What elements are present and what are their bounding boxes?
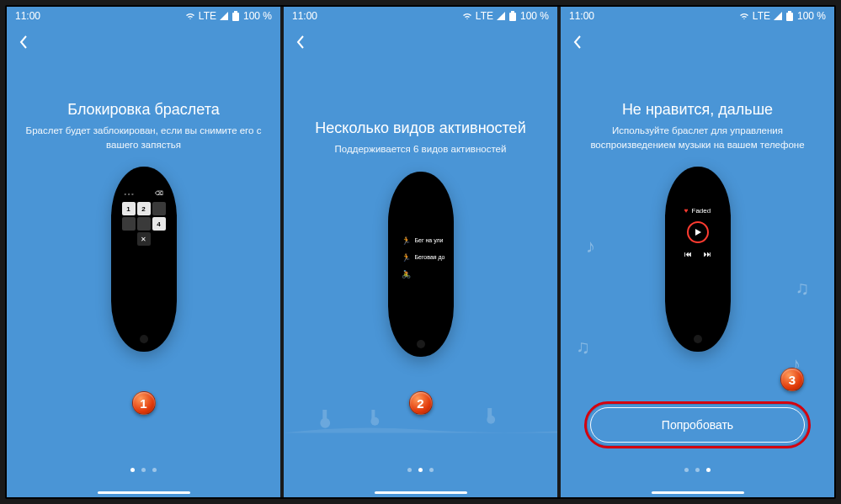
battery-icon [232, 11, 240, 21]
wifi-icon [185, 12, 195, 20]
dot [695, 468, 700, 472]
activity-row: 🏃 Бег на ули [397, 236, 445, 246]
battery-label: 100 % [797, 10, 826, 22]
signal-icon [774, 12, 782, 20]
dot [429, 468, 434, 472]
page-subtitle: Используйте браслет для управления воспр… [572, 124, 824, 151]
running-icon: 🏃 [402, 236, 412, 246]
svg-point-6 [370, 417, 379, 426]
signal-icon [220, 12, 228, 20]
keypad-clear: ✕ [137, 232, 151, 246]
svg-rect-0 [232, 13, 239, 21]
back-icon[interactable] [295, 34, 306, 50]
page-subtitle: Поддерживается 6 видов активностей [335, 142, 507, 157]
svg-rect-5 [322, 410, 327, 420]
dot [130, 468, 135, 472]
status-time: 11:00 [292, 10, 317, 22]
track-title: Faded [692, 207, 711, 215]
keypad-key: 4 [152, 217, 166, 231]
band-screen-lock: ◦ ◦ ◦⌫ 1 2 4 ✕ [120, 187, 168, 318]
network-label: LTE [476, 10, 493, 22]
try-button[interactable]: Попробовать [590, 407, 805, 443]
app-header [284, 25, 557, 59]
svg-rect-9 [487, 408, 492, 418]
dot [684, 468, 689, 472]
dot [152, 468, 157, 472]
network-label: LTE [753, 10, 770, 22]
svg-rect-10 [786, 13, 793, 21]
page-dots [284, 468, 557, 472]
activity-row: 🏃 Беговая до [397, 252, 445, 263]
nav-bar-indicator[interactable] [375, 491, 467, 494]
onboarding-panel-1: 11:00 LTE 100 % Блокировка браслета Брас… [7, 7, 280, 497]
page-title: Несколько видов активностей [315, 119, 525, 137]
status-bar: 11:00 LTE 100 % [284, 7, 557, 25]
keypad-key [137, 217, 151, 231]
activity-label: Беговая до [414, 254, 444, 260]
page-title: Не нравится, дальше [622, 101, 773, 119]
activity-row: 🚴 [397, 269, 445, 279]
signal-icon [497, 12, 505, 20]
step-badge: 3 [780, 368, 804, 391]
svg-rect-3 [511, 11, 514, 13]
treadmill-icon: 🏃 [402, 252, 412, 263]
svg-point-4 [320, 418, 330, 428]
dot [706, 468, 711, 472]
status-bar: 11:00 LTE 100 % [7, 7, 280, 25]
band-screen-activities: 🏃 Бег на ули 🏃 Беговая до 🚴 [397, 192, 445, 323]
svg-rect-1 [234, 11, 237, 13]
band-screen-music: ♥ Faded ⏮ ⏭ [673, 187, 722, 318]
prev-track-icon: ⏮ [684, 250, 692, 258]
keypad-key: 1 [122, 202, 136, 215]
status-time: 11:00 [569, 10, 594, 22]
battery-label: 100 % [243, 10, 272, 22]
onboarding-panel-3: 11:00 LTE 100 % ♪ ♫ ♫ ♪ Не нравится, дал… [561, 7, 834, 497]
keypad-key [122, 217, 136, 231]
heart-icon: ♥ [684, 207, 689, 215]
band-illustration: ♥ Faded ⏮ ⏭ [665, 167, 731, 352]
page-dots [561, 468, 834, 472]
status-bar: 11:00 LTE 100 % [561, 7, 834, 25]
page-subtitle: Браслет будет заблокирован, если вы сним… [18, 124, 270, 151]
battery-icon [785, 11, 794, 21]
dot [418, 468, 423, 472]
wifi-icon [462, 12, 472, 20]
svg-point-8 [487, 416, 495, 424]
page-title: Блокировка браслета [67, 101, 219, 119]
cta-highlight: Попробовать [584, 401, 811, 448]
status-time: 11:00 [15, 10, 40, 22]
step-badge: 1 [132, 391, 156, 415]
svg-rect-2 [509, 13, 516, 21]
app-header [7, 25, 280, 59]
band-illustration: 🏃 Бег на ули 🏃 Беговая до 🚴 [388, 172, 454, 357]
play-button-icon [687, 221, 709, 243]
wifi-icon [739, 12, 749, 20]
svg-rect-11 [788, 11, 791, 13]
back-icon[interactable] [572, 34, 583, 50]
svg-rect-7 [371, 410, 375, 420]
battery-icon [508, 11, 517, 21]
network-label: LTE [199, 10, 216, 22]
dot [407, 468, 412, 472]
next-track-icon: ⏭ [704, 250, 711, 258]
step-badge: 2 [409, 391, 433, 415]
activity-label: Бег на ули [415, 237, 444, 243]
nav-bar-indicator[interactable] [652, 491, 744, 494]
back-icon[interactable] [19, 34, 29, 50]
keypad-key: 2 [137, 202, 151, 215]
band-illustration: ◦ ◦ ◦⌫ 1 2 4 ✕ [111, 167, 177, 352]
dot [141, 468, 146, 472]
app-header [561, 25, 834, 59]
nav-bar-indicator[interactable] [98, 491, 190, 494]
battery-label: 100 % [520, 10, 549, 22]
page-dots [7, 468, 280, 472]
cycling-icon: 🚴 [402, 269, 412, 279]
keypad-key [152, 202, 166, 215]
onboarding-panel-2: 11:00 LTE 100 % Несколько видов активнос… [284, 7, 557, 497]
